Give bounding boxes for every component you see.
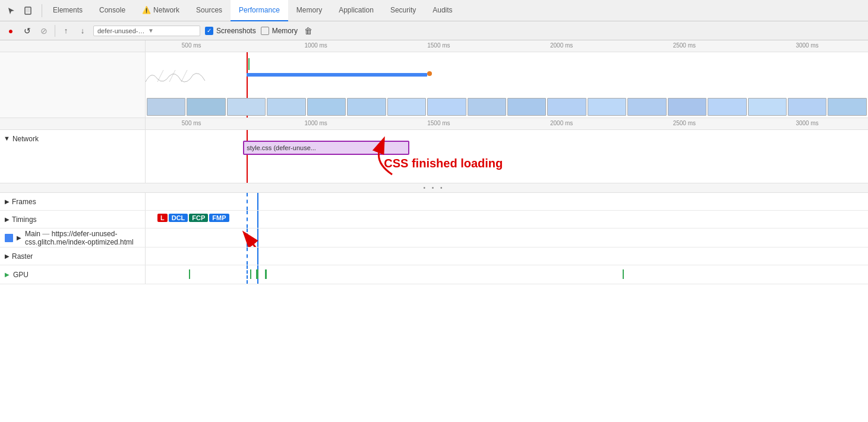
tab-sources[interactable]: Sources — [188, 0, 231, 21]
tab-security[interactable]: Security — [382, 0, 424, 21]
tab-console[interactable]: Console — [91, 0, 134, 21]
toolbar-separator-1 — [55, 25, 55, 37]
upload-button[interactable]: ↑ — [60, 25, 72, 37]
profile-url-selector[interactable]: defer-unused-css.glitch.... ▼ — [93, 26, 200, 36]
dropdown-arrow-icon: ▼ — [148, 27, 196, 34]
toolbar: ● ↺ ⊘ ↑ ↓ defer-unused-css.glitch.... ▼ … — [0, 21, 868, 40]
gpu-green-bar-3 — [256, 269, 258, 279]
section-separator: • • • — [0, 183, 868, 193]
bot-ruler-2000: 2000 ms — [550, 120, 573, 126]
raster-label: ▶ Raster — [0, 248, 146, 265]
main-blue-line — [257, 229, 258, 247]
raster-content — [146, 248, 868, 265]
network-timeline: style.css (defer-unuse... CSS finished l… — [146, 130, 868, 183]
bot-ruler-1500: 1500 ms — [427, 120, 450, 126]
network-expand-icon[interactable]: ▼ — [4, 135, 10, 142]
tab-elements[interactable]: Elements — [45, 0, 91, 21]
screenshots-checkbox-group[interactable]: ✓ Screenshots — [205, 27, 256, 35]
gpu-green-bar-2 — [250, 269, 251, 279]
record-button[interactable]: ● — [5, 25, 17, 37]
delete-button[interactable]: 🗑 — [302, 25, 314, 37]
top-ruler: 500 ms 1000 ms 1500 ms 2000 ms 2500 ms 3… — [0, 40, 868, 52]
screenshots-checkbox[interactable]: ✓ — [205, 27, 213, 35]
frames-dashed-line — [247, 193, 248, 210]
svg-line-3 — [169, 70, 175, 82]
css-finished-label: CSS finished loading — [384, 157, 503, 170]
dots-separator: • • • — [423, 185, 444, 191]
network-red-line — [247, 130, 248, 183]
badge-fmp: FMP — [209, 214, 229, 222]
overview-area — [0, 52, 868, 118]
badge-dcl: DCL — [169, 214, 188, 222]
frames-row: ▶ Frames — [0, 193, 868, 211]
css-resource-bar[interactable]: style.css (defer-unuse... — [243, 141, 409, 155]
ruler-mark-1500: 1500 ms — [427, 42, 450, 49]
ruler-mark-500: 500 ms — [182, 42, 201, 49]
bottom-panels: ▶ Frames ▶ Timings L — [0, 193, 868, 422]
gpu-dashed-line — [247, 265, 248, 284]
raster-expand-icon[interactable]: ▶ — [5, 253, 10, 259]
main-color-icon — [5, 234, 13, 242]
main-expand-icon[interactable]: ▶ — [17, 234, 21, 241]
tab-bar: Elements Console ⚠️ Network Sources Perf… — [0, 0, 868, 21]
svg-rect-1 — [26, 8, 30, 12]
bot-ruler-1000: 1000 ms — [305, 120, 327, 126]
timing-badges-group: L DCL FCP FMP — [157, 214, 229, 222]
bot-ruler-500: 500 ms — [182, 120, 201, 126]
fcp-arrow — [232, 229, 304, 247]
badge-fcp: FCP — [189, 214, 208, 222]
waveform-svg — [146, 64, 290, 88]
tab-performance[interactable]: Performance — [231, 0, 288, 21]
tab-network[interactable]: ⚠️ Network — [134, 0, 188, 21]
cursor-icon[interactable] — [5, 4, 18, 17]
ruler-mark-1000: 1000 ms — [305, 42, 327, 49]
css-arrow-annotation — [362, 133, 469, 180]
frames-content — [146, 193, 868, 210]
main-section-label: Main — https://defer-unused-css.glitch.m… — [25, 230, 140, 246]
raster-blue-line — [257, 248, 258, 265]
stop-button[interactable]: ⊘ — [38, 25, 50, 37]
gpu-content — [146, 265, 868, 284]
bottom-ruler: 500 ms 1000 ms 1500 ms 2000 ms 2500 ms 3… — [0, 118, 868, 129]
ruler-mark-2500: 2500 ms — [673, 42, 696, 49]
timings-content: L DCL FCP FMP — [146, 211, 868, 228]
main-row: ▶ Main — https://defer-unused-css.glitch… — [0, 229, 868, 248]
ruler-mark-2000: 2000 ms — [550, 42, 573, 49]
memory-checkbox-group[interactable]: Memory — [261, 27, 298, 35]
timings-dashed-line — [247, 211, 248, 228]
bot-ruler-3000: 3000 ms — [796, 120, 818, 126]
main-content: FCP — [146, 229, 868, 247]
gpu-row: ▶ GPU — [0, 265, 868, 284]
network-section: ▼ Network style.css (defer-unuse... — [0, 130, 868, 183]
gpu-green-bar-5 — [623, 269, 624, 279]
download-button[interactable]: ↓ — [77, 25, 89, 37]
screenshot-strip — [146, 97, 868, 118]
raster-row: ▶ Raster — [0, 248, 868, 265]
main-dashed-line — [247, 229, 248, 247]
svg-line-2 — [157, 70, 163, 82]
timings-row: ▶ Timings L DCL FCP — [0, 211, 868, 229]
warning-icon: ⚠️ — [142, 6, 151, 14]
timings-expand-icon[interactable]: ▶ — [5, 216, 10, 223]
raster-dashed-line — [247, 248, 248, 265]
timings-blue-line — [257, 211, 258, 228]
tab-audits[interactable]: Audits — [424, 0, 460, 21]
badge-l: L — [157, 214, 168, 222]
tab-application[interactable]: Application — [330, 0, 382, 21]
bot-ruler-2500: 2500 ms — [673, 120, 696, 126]
frames-label: ▶ Frames — [0, 193, 146, 210]
orange-marker — [427, 71, 432, 76]
reload-button[interactable]: ↺ — [21, 25, 33, 37]
tab-icon-group — [5, 4, 42, 17]
device-icon[interactable] — [21, 4, 34, 17]
svg-line-4 — [181, 70, 187, 82]
network-label-col: ▼ Network — [0, 130, 146, 183]
gpu-label: ▶ GPU — [0, 265, 146, 284]
timings-label: ▶ Timings — [0, 211, 146, 228]
tab-memory[interactable]: Memory — [288, 0, 330, 21]
main-label: ▶ Main — https://defer-unused-css.glitch… — [0, 229, 146, 247]
gpu-green-bar-1 — [189, 269, 190, 279]
frames-expand-icon[interactable]: ▶ — [5, 198, 10, 205]
ruler-mark-3000: 3000 ms — [796, 42, 818, 49]
memory-checkbox[interactable] — [261, 27, 269, 35]
